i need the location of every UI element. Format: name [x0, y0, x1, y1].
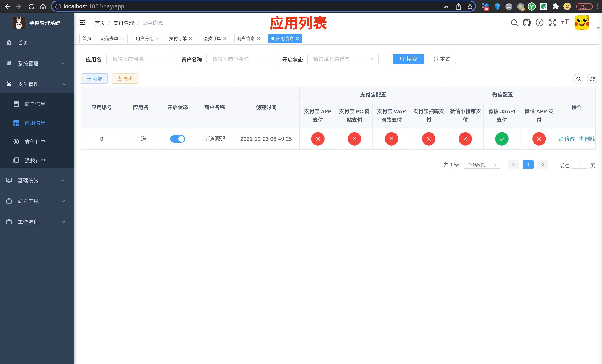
svg-text:10: 10	[484, 7, 488, 11]
svg-text:?: ?	[538, 20, 541, 25]
svg-text:1: 1	[522, 7, 524, 11]
